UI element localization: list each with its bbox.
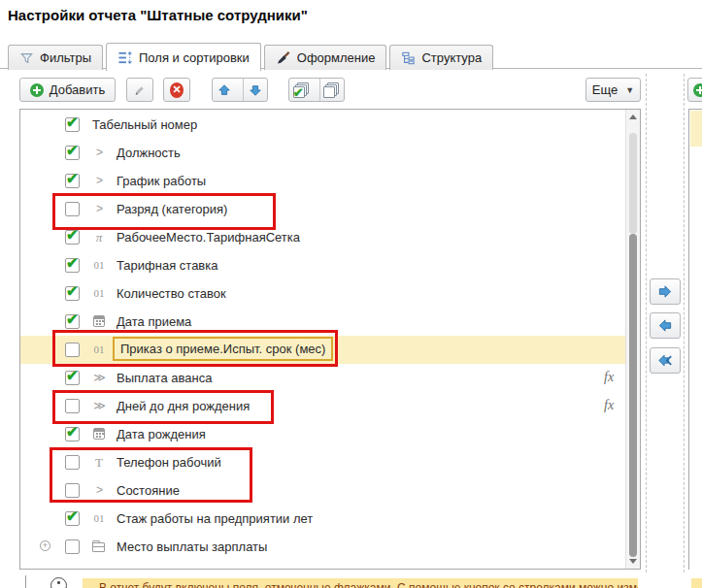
field-label: Телефон рабочий <box>117 455 221 470</box>
check-all-button[interactable]: ✔ <box>289 79 314 101</box>
field-row[interactable]: ✔01Стаж работы на предприятии лет <box>20 505 626 533</box>
field-label: Дата приема <box>117 314 191 329</box>
field-label: Дней до дня рождения <box>117 399 250 413</box>
field-checkbox[interactable]: ✔ <box>65 511 80 526</box>
folder-icon <box>92 542 105 552</box>
field-checkbox[interactable]: ✔ <box>65 371 80 385</box>
checkmark-icon: ✔ <box>66 143 79 157</box>
chevron-type-icon: > <box>90 483 108 497</box>
field-label: Тарифная ставка <box>117 258 217 273</box>
field-row[interactable]: +Место выплаты зарплаты <box>20 533 626 561</box>
number-type-icon: 01 <box>90 259 108 271</box>
field-checkbox[interactable]: ✔ <box>65 427 80 441</box>
double-chevron-type-icon: ≫ <box>90 399 108 412</box>
splitter[interactable] <box>646 74 647 572</box>
fx-icon: fx <box>604 370 614 385</box>
field-row[interactable]: ✔>График работы <box>20 167 626 195</box>
checkmark-icon: ✔ <box>66 368 79 382</box>
checkmark-icon: ✔ <box>66 508 79 523</box>
scrollbar-track[interactable] <box>629 133 637 234</box>
scroll-up-icon[interactable] <box>629 114 637 119</box>
tab-3[interactable]: Структура <box>389 45 493 70</box>
chevron-down-icon: ▼ <box>625 85 634 95</box>
delete-button[interactable]: ✕ <box>163 78 190 102</box>
field-row[interactable]: ✔01Тарифная ставка <box>20 251 626 279</box>
scrollbar-thumb[interactable] <box>629 234 637 557</box>
field-row[interactable]: ✔πРабочееМесто.ТарифнаяСетка <box>20 223 626 251</box>
more-button[interactable]: Еще ▼ <box>585 78 641 102</box>
move-left-button[interactable] <box>650 312 681 339</box>
chevron-type-icon: > <box>90 146 108 159</box>
field-checkbox[interactable]: ✔ <box>65 146 80 160</box>
move-up-button[interactable] <box>213 79 237 101</box>
tab-label: Оформление <box>297 50 376 65</box>
number-type-icon: 01 <box>90 343 108 355</box>
fields-list: ✔Табельный номер✔>Должность✔>График рабо… <box>19 109 641 570</box>
add-button[interactable]: Добавить <box>19 78 116 102</box>
tab-0[interactable]: Фильтры <box>8 45 103 70</box>
field-label: График работы <box>117 174 206 188</box>
calendar-icon <box>93 315 105 327</box>
vertical-scrollbar[interactable] <box>625 110 640 569</box>
edit-button[interactable] <box>126 78 153 102</box>
tab-1[interactable]: Поля и сортировки <box>106 43 261 71</box>
field-checkbox[interactable]: ✔ <box>65 258 80 273</box>
add-plus-icon <box>30 83 44 97</box>
selected-field-cell: Приказ о приеме.Испыт. срок (мес) <box>113 337 333 361</box>
chevron-type-icon: > <box>90 174 108 187</box>
move-updown-group <box>212 78 268 102</box>
field-row[interactable]: >Состояние <box>20 476 626 505</box>
field-checkbox[interactable]: ✔ <box>65 230 80 245</box>
field-checkbox[interactable]: ✔ <box>65 286 80 301</box>
field-checkbox[interactable] <box>65 399 80 413</box>
add-button-label: Добавить <box>50 82 105 97</box>
field-checkbox[interactable]: ✔ <box>65 314 80 329</box>
field-checkbox[interactable] <box>65 202 80 216</box>
structure-icon <box>401 51 416 65</box>
field-row[interactable]: ≫Дней до дня рожденияfx <box>20 392 626 420</box>
field-row[interactable]: ✔>Должность <box>20 139 626 167</box>
fields-sort-icon <box>117 50 133 65</box>
field-checkbox[interactable] <box>65 483 80 498</box>
hint-bar: В отчет будут включены поля, отмеченные … <box>83 578 638 588</box>
field-row[interactable]: ✔01Количество ставок <box>20 279 626 308</box>
scroll-down-icon[interactable] <box>629 559 637 564</box>
hint-bar-right-sliver <box>691 578 702 588</box>
right-panel-add-button[interactable] <box>687 78 702 102</box>
tab-label: Поля и сортировки <box>139 50 250 65</box>
field-checkbox[interactable] <box>65 343 80 357</box>
move-down-button[interactable] <box>243 79 268 101</box>
sorting-list-sliver <box>688 109 702 570</box>
move-all-left-button[interactable] <box>650 347 681 374</box>
splitter[interactable] <box>684 74 685 572</box>
checkmark-icon: ✔ <box>66 255 79 270</box>
field-row[interactable]: ✔≫Выплата авансаfx <box>20 364 626 392</box>
field-checkbox[interactable] <box>65 455 80 470</box>
page-title: Настройки отчета "Штатные сотрудники" <box>8 7 308 23</box>
field-checkbox[interactable]: ✔ <box>65 117 80 132</box>
field-row[interactable]: TТелефон рабочий <box>20 448 626 476</box>
fx-icon: fx <box>604 398 614 413</box>
pi-type-icon: π <box>90 230 108 245</box>
field-checkbox[interactable]: ✔ <box>65 174 80 188</box>
field-row[interactable]: 01Приказ о приеме.Испыт. срок (мес) <box>20 336 626 364</box>
field-row[interactable]: ✔Дата приема <box>20 308 626 336</box>
field-label: Разряд (категория) <box>117 202 227 216</box>
checkmark-icon: ✔ <box>66 283 79 298</box>
field-label: РабочееМесто.ТарифнаяСетка <box>117 230 300 245</box>
field-row[interactable]: ✔Табельный номер <box>20 111 626 139</box>
field-label: Стаж работы на предприятии лет <box>117 511 313 526</box>
tab-2[interactable]: Оформление <box>264 45 387 70</box>
move-right-button[interactable] <box>650 278 681 305</box>
expand-icon[interactable]: + <box>40 540 50 551</box>
field-row[interactable]: >Разряд (категория) <box>20 195 626 223</box>
footer-divider <box>25 575 26 588</box>
tab-label: Фильтры <box>40 50 91 65</box>
field-label: Состояние <box>117 483 180 498</box>
field-label: Количество ставок <box>117 286 226 301</box>
field-row[interactable]: ✔Дата рождения <box>20 420 626 448</box>
field-checkbox[interactable] <box>65 539 80 554</box>
uncheck-all-button[interactable] <box>319 79 345 101</box>
sorting-current-row <box>690 111 702 147</box>
checkmark-icon: ✔ <box>66 171 79 185</box>
